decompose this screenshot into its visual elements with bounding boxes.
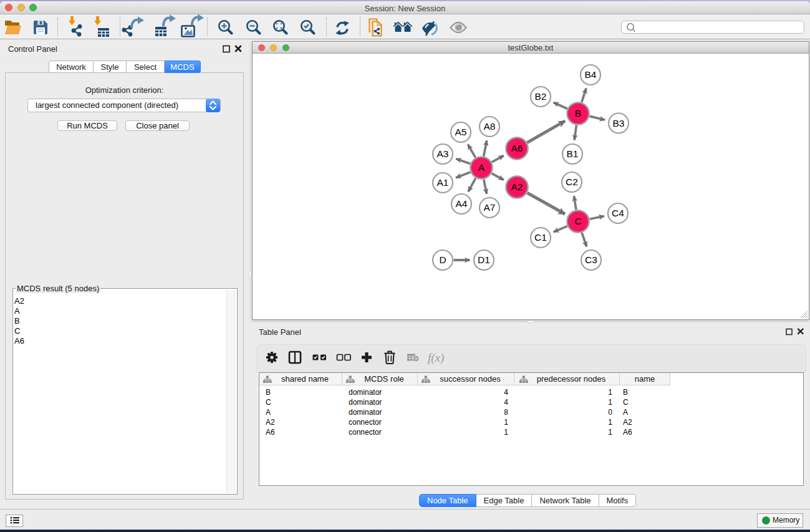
svg-text:B1: B1 bbox=[567, 148, 579, 159]
svg-text:D1: D1 bbox=[478, 254, 490, 265]
svg-text:A4: A4 bbox=[456, 198, 468, 209]
svg-text:A1: A1 bbox=[437, 177, 449, 188]
svg-text:f(x): f(x) bbox=[428, 351, 444, 365]
svg-text:B4: B4 bbox=[585, 69, 597, 80]
svg-text:B: B bbox=[575, 108, 581, 118]
svg-text:C: C bbox=[574, 216, 581, 226]
svg-text:A2: A2 bbox=[511, 181, 523, 192]
svg-text:A: A bbox=[478, 162, 485, 173]
svg-text:A6: A6 bbox=[511, 143, 523, 153]
svg-text:C3: C3 bbox=[585, 254, 597, 265]
svg-text:D: D bbox=[439, 254, 446, 265]
svg-text:C1: C1 bbox=[534, 232, 547, 243]
svg-text:A7: A7 bbox=[484, 202, 496, 213]
svg-text:C2: C2 bbox=[566, 177, 578, 187]
svg-text:A3: A3 bbox=[437, 148, 449, 159]
svg-text:C4: C4 bbox=[612, 208, 624, 218]
svg-text:A5: A5 bbox=[455, 127, 467, 137]
svg-text:B2: B2 bbox=[535, 91, 547, 102]
svg-text:B3: B3 bbox=[613, 118, 625, 128]
svg-text:A8: A8 bbox=[484, 121, 496, 132]
